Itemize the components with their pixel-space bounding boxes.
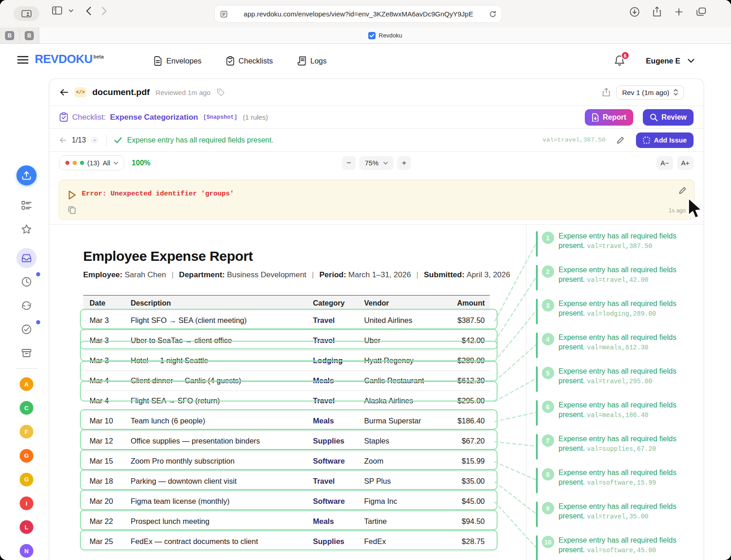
copy-icon[interactable] <box>68 206 76 214</box>
upload-icon <box>21 170 32 180</box>
nav-label: Envelopes <box>166 57 201 65</box>
edit-snippet-icon[interactable] <box>679 186 687 194</box>
sidebar-toggle-icon[interactable] <box>52 6 62 15</box>
zoom-level-dropdown[interactable]: 75% <box>359 156 393 170</box>
table-row[interactable]: Mar 3Uber to SeaTac → client officeTrave… <box>83 331 490 351</box>
table-row[interactable]: Mar 25FedEx — contract documents to clie… <box>83 532 490 552</box>
back-button[interactable] <box>86 6 91 16</box>
cell-vendor: SP Plus <box>364 477 457 486</box>
url-text: app.revdoku.com/envelopes/view?id=env_3K… <box>232 10 485 18</box>
avatar-f-2[interactable]: F <box>20 425 33 438</box>
zoom-in-button[interactable]: + <box>397 156 411 170</box>
annotation-number-badge: 4 <box>542 333 554 345</box>
annotation-item-1[interactable]: 1Expense entry has all required fields p… <box>536 231 704 258</box>
pinned-tab-favicon: B <box>25 31 34 40</box>
brand-logo[interactable]: REVDOKUbeta <box>35 52 104 66</box>
forward-button[interactable] <box>101 6 107 16</box>
next-rule-button[interactable] <box>91 137 98 143</box>
annotation-item-2[interactable]: 2Expense entry has all required fields p… <box>536 265 704 291</box>
table-row[interactable]: Mar 15Zoom Pro monthly subscriptionSoftw… <box>83 451 490 471</box>
hamburger-menu-icon[interactable] <box>17 55 28 64</box>
cell-cat: Travel <box>313 336 364 345</box>
cell-amount: $94.50 <box>457 517 490 526</box>
kebab-menu-icon[interactable] <box>690 88 694 97</box>
annotation-item-9[interactable]: 9Expense entry has all required fields p… <box>536 502 704 528</box>
avatar-g-4[interactable]: G <box>20 473 33 486</box>
new-tab-icon[interactable] <box>674 7 683 16</box>
pinned-tab-1[interactable]: B <box>0 27 20 43</box>
cell-desc: Figma team license (monthly) <box>131 497 313 506</box>
approvals-icon[interactable] <box>21 324 32 335</box>
upload-button[interactable] <box>16 165 37 185</box>
cell-amount: $35.00 <box>457 477 490 486</box>
report-button[interactable]: Report <box>585 109 633 126</box>
table-row[interactable]: Mar 18Parking — downtown client visitTra… <box>83 471 490 491</box>
annotation-bar <box>536 535 538 560</box>
cell-amount: $612.30 <box>457 376 490 385</box>
cell-amount: $295.00 <box>457 396 490 405</box>
font-increase-button[interactable]: A+ <box>677 156 694 170</box>
zoom-out-button[interactable]: − <box>342 156 355 170</box>
nav-item-checklists[interactable]: Checklists <box>226 56 273 66</box>
annotation-item-8[interactable]: 8Expense entry has all required fields p… <box>536 468 704 494</box>
review-button[interactable]: Review <box>643 109 694 126</box>
avatar-l-6[interactable]: L <box>20 520 33 534</box>
font-decrease-button[interactable]: A− <box>657 156 673 170</box>
tab-overview-icon[interactable] <box>696 7 706 16</box>
annotation-item-10[interactable]: 10Expense entry has all required fields … <box>536 535 704 560</box>
annotation-item-6[interactable]: 6Expense entry has all required fields p… <box>536 400 704 427</box>
annotation-item-5[interactable]: 5Expense entry has all required fields p… <box>536 366 704 393</box>
cell-date: Mar 3 <box>90 316 131 325</box>
revision-selector[interactable]: Rev 1 (1m ago) <box>616 85 684 100</box>
downloads-icon[interactable] <box>630 7 640 17</box>
table-row[interactable]: Mar 3Hotel — 1 night SeattleLodgingHyatt… <box>83 351 490 371</box>
cell-vendor: Alaska Airlines <box>364 396 457 405</box>
history-icon[interactable] <box>21 276 32 287</box>
nav-item-envelopes[interactable]: Envelopes <box>154 56 201 66</box>
table-row[interactable]: Mar 4Flight SEA → SFO (return)TravelAlas… <box>83 391 490 411</box>
inbox-nav-active[interactable] <box>16 248 37 268</box>
share-icon[interactable] <box>652 6 662 17</box>
edit-rule-icon[interactable] <box>617 136 625 144</box>
forms-icon[interactable] <box>21 200 32 211</box>
pinned-tab-2[interactable]: B <box>20 27 39 43</box>
reader-icon[interactable] <box>220 11 228 18</box>
prev-rule-button[interactable] <box>59 137 67 143</box>
user-menu[interactable]: Eugene E <box>646 57 694 65</box>
table-row[interactable]: Mar 12Office supplies — presentation bin… <box>83 431 490 451</box>
avatar-n-7[interactable]: N <box>20 544 33 558</box>
table-row[interactable]: Mar 4Client dinner — Canlis (4 guests)Me… <box>83 371 490 391</box>
table-row[interactable]: Mar 3Flight SFO → SEA (client meeting)Tr… <box>83 311 490 331</box>
active-tab-revdoku[interactable]: Revdoku <box>39 27 731 43</box>
table-row[interactable]: Mar 10Team lunch (6 people)MealsBurma Su… <box>83 411 490 431</box>
checklist-name[interactable]: Expense Categorization <box>110 113 198 122</box>
tag-icon[interactable] <box>217 88 225 96</box>
annotation-item-4[interactable]: 4Expense entry has all required fields p… <box>536 333 704 359</box>
meta-separator: | <box>312 270 314 280</box>
avatar-c-1[interactable]: C <box>20 401 33 415</box>
table-row[interactable]: Mar 22Prospect lunch meetingMealsTartine… <box>83 512 490 532</box>
sync-icon[interactable] <box>21 300 32 311</box>
run-icon[interactable] <box>68 190 76 200</box>
issue-filter-dropdown[interactable]: (13) All <box>59 155 124 170</box>
add-issue-button[interactable]: Add Issue <box>636 132 694 148</box>
back-arrow-icon[interactable] <box>59 88 69 96</box>
envelope-card: </> document.pdf Reviewed 1m ago Rev 1 (… <box>49 79 704 560</box>
annotation-item-7[interactable]: 7Expense entry has all required fields p… <box>536 434 704 460</box>
avatar-i-5[interactable]: I <box>20 497 33 510</box>
avatar-g-3[interactable]: G <box>20 449 33 463</box>
profile-window-button[interactable] <box>14 6 39 21</box>
table-row[interactable]: Mar 20Figma team license (monthly)Softwa… <box>83 491 490 512</box>
nav-item-logs[interactable]: Logs <box>297 56 327 66</box>
notifications-button[interactable]: 6 <box>614 55 625 67</box>
address-bar[interactable]: app.revdoku.com/envelopes/view?id=env_3K… <box>215 5 502 22</box>
archive-icon[interactable] <box>21 348 32 359</box>
annotation-text: Expense entry has all required fields pr… <box>559 231 686 251</box>
annotation-number-badge: 1 <box>542 232 554 244</box>
sidebar-chevron-icon[interactable] <box>69 9 74 12</box>
avatar-a-0[interactable]: A <box>20 377 33 391</box>
star-icon[interactable] <box>21 224 32 235</box>
annotation-item-3[interactable]: 3Expense entry has all required fields p… <box>536 299 704 325</box>
reload-icon[interactable] <box>489 11 496 18</box>
export-icon[interactable] <box>602 88 610 97</box>
